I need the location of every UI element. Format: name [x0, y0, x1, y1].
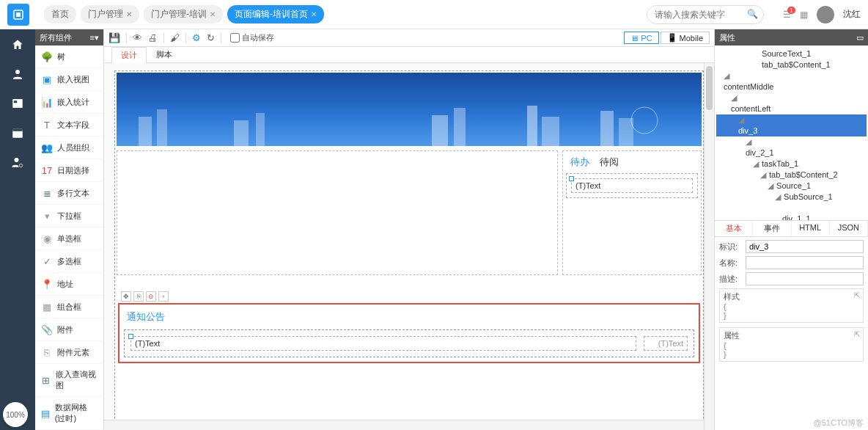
content-side[interactable]: 待办 待阅 (T)Text	[562, 150, 702, 275]
text-slot[interactable]: (T)Text	[130, 336, 636, 351]
notice-inner[interactable]: (T)Text (T)Text	[124, 329, 694, 357]
widget-item[interactable]: 📍地址	[35, 273, 103, 296]
scrollbar-horizontal[interactable]	[104, 420, 704, 430]
notification-icon[interactable]: ☰1	[783, 10, 791, 20]
tree-row[interactable]: ◢ tab_tab$Content_2	[716, 170, 867, 181]
tree-row[interactable]: ◢ div_2_1	[716, 136, 867, 158]
avatar[interactable]	[817, 6, 834, 23]
move-icon[interactable]: ✥	[121, 291, 131, 302]
widget-icon: ▤	[41, 407, 51, 419]
widget-item[interactable]: ▤数据网格(过时)	[35, 397, 103, 430]
widget-item[interactable]: 🌳树	[35, 45, 103, 68]
widget-item[interactable]: 👥人员组织	[35, 136, 103, 159]
ptab-event[interactable]: 事件	[753, 221, 791, 236]
attr-box[interactable]: ⇱属性{}	[719, 327, 864, 362]
calendar-icon[interactable]	[10, 125, 26, 141]
copy-icon[interactable]: ⎘	[133, 291, 144, 302]
tab-read[interactable]: 待阅	[600, 156, 619, 169]
menu-icon[interactable]: ≡▾	[90, 33, 99, 43]
text-slot-small[interactable]: (T)Text	[644, 336, 688, 351]
tree-row[interactable]: tab_tab$Content_1	[716, 59, 867, 70]
more-icon[interactable]: ▫	[158, 291, 169, 302]
name-input[interactable]	[746, 256, 864, 269]
desc-input[interactable]	[746, 272, 864, 285]
expand-icon[interactable]: ⇱	[854, 330, 860, 338]
device-pc[interactable]: 🖥PC	[624, 32, 658, 44]
home-icon[interactable]	[10, 37, 26, 53]
app-header: 首页 门户管理✕ 门户管理-培训✕ 页面编辑-培训首页✕ 🔍 ☰1 ▦ 沈红	[0, 0, 868, 29]
gear-icon[interactable]: ⚙	[192, 32, 201, 43]
widget-item[interactable]: ▣嵌入视图	[35, 68, 103, 91]
tab-portal-training[interactable]: 门户管理-培训✕	[144, 5, 223, 23]
tree-row[interactable]: ◢ contentMiddle	[716, 70, 867, 92]
tree-row[interactable]: div_1_1	[716, 203, 867, 220]
widget-item[interactable]: T文本字段	[35, 114, 103, 136]
preview-icon[interactable]: 👁	[133, 32, 142, 43]
close-icon[interactable]: ✕	[126, 10, 132, 18]
widget-icon: T	[41, 119, 53, 131]
save-icon[interactable]: 💾	[108, 32, 120, 43]
id-input[interactable]	[746, 240, 864, 253]
svg-rect-4	[14, 101, 18, 103]
expand-icon[interactable]: ⇱	[854, 291, 860, 299]
close-icon[interactable]: ✕	[210, 10, 216, 18]
ptab-html[interactable]: HTML	[792, 221, 830, 236]
text-slot[interactable]: (T)Text	[571, 178, 693, 193]
search-input[interactable]	[647, 5, 764, 24]
tab-todo[interactable]: 待办	[570, 156, 589, 169]
widget-icon: ≣	[41, 187, 53, 199]
widget-label: 地址	[57, 279, 73, 290]
page-container[interactable]: 待办 待阅 (T)Text ✥ ⎘ ⊖ ▫ 通知公告	[114, 70, 704, 430]
settings-user-icon[interactable]	[10, 154, 26, 170]
tree-row[interactable]: SourceText_1	[716, 48, 867, 59]
widget-item[interactable]: ✓多选框	[35, 250, 103, 273]
tab-home[interactable]: 首页	[44, 5, 76, 23]
tree-row[interactable]: ◢ taskTab_1	[716, 158, 867, 170]
print-icon[interactable]: 🖨	[148, 32, 158, 43]
banner-image[interactable]	[117, 73, 702, 146]
tree-row[interactable]: ◢ SubSource_1	[716, 192, 867, 203]
autosave-checkbox[interactable]	[230, 33, 240, 43]
brush-icon[interactable]: 🖌	[170, 32, 180, 43]
widget-item[interactable]: 📎附件	[35, 318, 103, 341]
delete-icon[interactable]: ⊖	[146, 291, 156, 302]
refresh-icon[interactable]: ↻	[207, 32, 215, 43]
expand-icon[interactable]: ▭	[856, 33, 864, 43]
tab-portal[interactable]: 门户管理✕	[81, 5, 139, 23]
tree-row[interactable]: ◢ Source_1	[716, 181, 867, 192]
widget-item[interactable]: 17日期选择	[35, 159, 103, 182]
apps-icon[interactable]: ▦	[800, 10, 808, 20]
content-main[interactable]	[117, 150, 558, 275]
widget-item[interactable]: ▾下拉框	[35, 205, 103, 227]
device-mobile[interactable]: 📱Mobile	[661, 32, 710, 44]
widget-item[interactable]: ⊞嵌入查询视图	[35, 364, 103, 397]
widget-label: 嵌入查询视图	[56, 369, 98, 391]
tree-row[interactable]: ◢ div_3	[716, 114, 867, 136]
widget-item[interactable]: ≣多行文本	[35, 182, 103, 205]
svg-point-19	[631, 107, 658, 134]
style-box[interactable]: ⇱样式{}	[719, 288, 864, 323]
widget-label: 文本字段	[57, 120, 89, 131]
user-icon[interactable]	[10, 66, 26, 82]
tree-row[interactable]: ◢ contentLeft	[716, 92, 867, 114]
close-icon[interactable]: ✕	[311, 10, 317, 18]
widget-item[interactable]: ⎘附件元素	[35, 341, 103, 364]
autosave-toggle[interactable]: 自动保存	[230, 32, 274, 43]
scrollbar-vertical[interactable]	[704, 63, 714, 430]
subtab-design[interactable]: 设计	[111, 47, 147, 63]
ptab-json[interactable]: JSON	[830, 221, 868, 236]
news-icon[interactable]	[10, 95, 26, 112]
design-stage[interactable]: 待办 待阅 (T)Text ✥ ⎘ ⊖ ▫ 通知公告	[104, 63, 714, 430]
tab-page-edit[interactable]: 页面编辑-培训首页✕	[227, 5, 324, 23]
zoom-indicator[interactable]: 100%	[3, 402, 28, 427]
search-icon[interactable]: 🔍	[747, 9, 758, 19]
widget-item[interactable]: 📊嵌入统计	[35, 91, 103, 114]
app-logo[interactable]	[7, 4, 29, 26]
widget-label: 附件元素	[57, 347, 89, 358]
subtab-script[interactable]: 脚本	[147, 46, 182, 62]
widget-item[interactable]: ▦组合框	[35, 296, 103, 318]
widget-item[interactable]: ◉单选框	[35, 227, 103, 250]
ptab-basic[interactable]: 基本	[715, 221, 753, 236]
notice-block-selected[interactable]: 通知公告 (T)Text (T)Text	[118, 303, 700, 363]
element-tree[interactable]: SourceText_1 tab_tab$Content_1◢ contentM…	[715, 45, 868, 220]
